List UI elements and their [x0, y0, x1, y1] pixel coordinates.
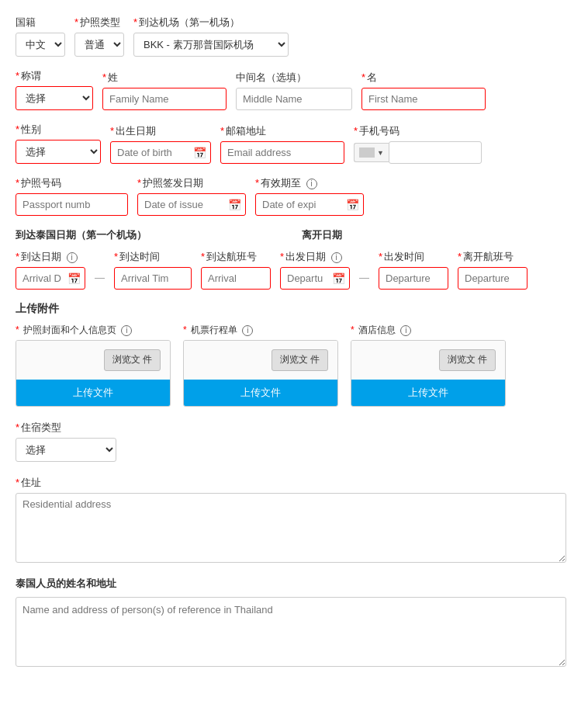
gender-select[interactable]: 选择 — [16, 140, 101, 164]
arrival-section-label: 到达泰国日期（第一个机场） — [16, 228, 286, 242]
passport-no-label: *护照号码 — [16, 176, 128, 190]
middle-name-input[interactable] — [236, 88, 352, 110]
hotel-browse-button[interactable]: 浏览文 件 — [439, 349, 496, 371]
email-label: *邮箱地址 — [220, 124, 344, 138]
phone-flag-selector[interactable]: ▼ — [354, 143, 389, 162]
phone-dropdown-arrow: ▼ — [377, 149, 384, 157]
gender-label: *性别 — [16, 123, 101, 137]
arrival-date-label: *到达日期 i — [16, 250, 85, 264]
itinerary-upload-area: 浏览文 件 — [184, 341, 337, 380]
nationality-label: 国籍 — [16, 16, 65, 29]
passport-issue-wrapper: 📅 — [137, 193, 246, 216]
itinerary-browse-button[interactable]: 浏览文 件 — [272, 349, 328, 371]
itinerary-upload-button[interactable]: 上传文件 — [184, 380, 337, 406]
address-textarea[interactable] — [16, 493, 566, 563]
dash-1: — — [95, 272, 105, 290]
phone-input[interactable] — [389, 141, 482, 164]
arrival-flight-field: *到达航班号 — [201, 250, 271, 290]
passport-issue-label: *护照签发日期 — [137, 176, 246, 190]
phone-label: *手机号码 — [354, 124, 482, 138]
arrival-time-field: *到达时间 — [114, 250, 192, 290]
passport-no-input[interactable] — [16, 193, 128, 216]
passport-expiry-field: *有效期至 i 📅 — [255, 176, 364, 216]
passport-upload-area: 浏览文 件 — [16, 341, 170, 380]
passport-expiry-input[interactable] — [255, 193, 364, 216]
dob-label: *出生日期 — [110, 124, 211, 138]
nationality-select[interactable]: 中文 — [16, 33, 65, 57]
dob-wrapper: 📅 — [110, 141, 211, 164]
thai-contact-title: 泰国人员的姓名和地址 — [16, 577, 572, 591]
passport-type-select[interactable]: 普通 — [74, 33, 124, 57]
accommodation-section: *住宿类型 选择 — [16, 421, 572, 462]
departure-flight-input[interactable] — [458, 267, 527, 290]
departure-date-field: *出发日期 i 📅 — [280, 250, 350, 290]
family-name-input[interactable] — [102, 88, 227, 110]
passport-browse-button[interactable]: 浏览文 件 — [104, 349, 161, 371]
accommodation-select[interactable]: 选择 — [16, 438, 116, 462]
passport-upload-info-icon[interactable]: i — [121, 325, 132, 336]
departure-date-wrapper: 📅 — [280, 267, 350, 290]
passport-issue-input[interactable] — [137, 193, 246, 216]
hotel-upload-info-icon[interactable]: i — [400, 325, 411, 336]
hotel-upload-button[interactable]: 上传文件 — [351, 380, 505, 406]
arrival-date-input[interactable] — [16, 267, 85, 290]
accommodation-label: *住宿类型 — [16, 421, 572, 435]
itinerary-upload-info-icon[interactable]: i — [242, 325, 253, 336]
accommodation-field: *住宿类型 选择 — [16, 421, 572, 462]
passport-type-field: *护照类型 普通 — [74, 16, 124, 57]
first-name-field: *名 — [361, 71, 486, 110]
upload-section: 上传附件 * 护照封面和个人信息页 i 浏览文 件 上传文件 * 机票行程单 i — [16, 302, 572, 407]
salutation-field: *称谓 选择 — [16, 69, 93, 110]
passport-no-field: *护照号码 — [16, 176, 128, 216]
first-name-label: *名 — [361, 71, 486, 85]
first-name-input[interactable] — [361, 88, 486, 110]
passport-expiry-label: *有效期至 i — [255, 176, 364, 190]
arrival-airport-select[interactable]: BKK - 素万那普国际机场 — [133, 33, 289, 57]
departure-section-label: 离开日期 — [302, 228, 572, 242]
address-field: *住址 — [16, 476, 572, 563]
arrival-date-field: *到达日期 i 📅 — [16, 250, 85, 290]
address-section: *住址 — [16, 476, 572, 563]
departure-date-input[interactable] — [280, 267, 350, 290]
passport-expiry-wrapper: 📅 — [255, 193, 364, 216]
salutation-select[interactable]: 选择 — [16, 86, 93, 110]
departure-date-info-icon[interactable]: i — [331, 252, 342, 263]
hotel-upload-label: * 酒店信息 i — [351, 324, 506, 337]
dob-field: *出生日期 📅 — [110, 124, 211, 164]
flag-icon — [359, 147, 375, 158]
arrival-flight-input[interactable] — [201, 267, 271, 290]
arrival-time-input[interactable] — [114, 267, 192, 290]
departure-time-label: *出发时间 — [379, 250, 448, 264]
arrival-flight-label: *到达航班号 — [201, 250, 271, 264]
thai-contact-textarea[interactable] — [16, 597, 566, 667]
email-input[interactable] — [220, 141, 344, 164]
phone-row: ▼ — [354, 141, 482, 164]
itinerary-upload-label: * 机票行程单 i — [183, 324, 338, 337]
arrival-date-wrapper: 📅 — [16, 267, 85, 290]
middle-name-field: 中间名（选填） — [236, 71, 352, 110]
upload-row: * 护照封面和个人信息页 i 浏览文 件 上传文件 * 机票行程单 i 浏览文 … — [16, 324, 572, 407]
arrival-date-info-icon[interactable]: i — [67, 252, 78, 263]
salutation-label: *称谓 — [16, 69, 93, 83]
email-field: *邮箱地址 — [220, 124, 344, 164]
departure-flight-label: *离开航班号 — [458, 250, 527, 264]
thai-contact-section: 泰国人员的姓名和地址 — [16, 577, 572, 669]
upload-section-title: 上传附件 — [16, 302, 572, 316]
departure-date-label: *出发日期 i — [280, 250, 350, 264]
departure-time-input[interactable] — [379, 267, 448, 290]
phone-field: *手机号码 ▼ — [354, 124, 482, 164]
dash-2: — — [359, 272, 369, 290]
arrival-airport-label: *到达机场（第一机场） — [133, 16, 289, 29]
passport-upload-button[interactable]: 上传文件 — [16, 380, 170, 406]
family-name-label: *姓 — [102, 71, 227, 85]
middle-name-label: 中间名（选填） — [236, 71, 352, 85]
nationality-field: 国籍 中文 — [16, 16, 65, 57]
dob-input[interactable] — [110, 141, 211, 164]
expiry-info-icon[interactable]: i — [306, 179, 317, 189]
passport-upload-box-inner: 浏览文 件 上传文件 — [16, 340, 171, 407]
itinerary-upload-box-inner: 浏览文 件 上传文件 — [183, 340, 338, 407]
passport-issue-field: *护照签发日期 📅 — [137, 176, 246, 216]
arrival-airport-field: *到达机场（第一机场） BKK - 素万那普国际机场 — [133, 16, 289, 57]
departure-flight-field: *离开航班号 — [458, 250, 527, 290]
hotel-upload-box-inner: 浏览文 件 上传文件 — [351, 340, 506, 407]
